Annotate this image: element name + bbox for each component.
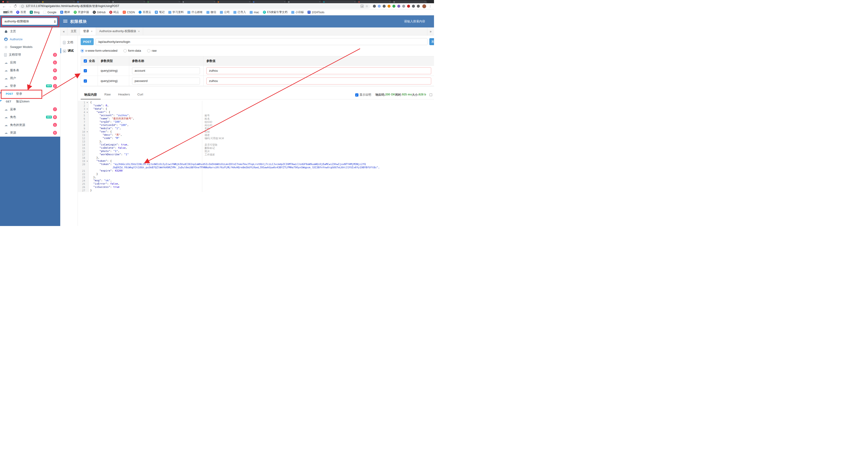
bookmark-item[interactable]: ES搜索引擎文档 bbox=[263, 10, 287, 14]
doc-tab[interactable]: 登录 bbox=[80, 27, 96, 35]
bookmark-item[interactable]: 学习资料 bbox=[168, 10, 184, 14]
tabs-scroll-left-icon[interactable] bbox=[60, 27, 67, 35]
fold-icon[interactable] bbox=[87, 101, 88, 104]
browser-tab[interactable] bbox=[146, 0, 181, 3]
sidebar-item[interactable]: 角色的资源 1 bbox=[0, 121, 60, 129]
browser-tab[interactable] bbox=[322, 0, 357, 3]
content-type-radio[interactable]: form-data bbox=[123, 49, 141, 52]
browser-tab[interactable] bbox=[6, 0, 41, 3]
sidebar-item[interactable]: 登录 NEW 2 bbox=[0, 82, 60, 90]
bookmark-item[interactable]: 翻译 bbox=[60, 10, 70, 14]
bookmark-item[interactable]: 开源中国 bbox=[74, 10, 89, 14]
fold-icon[interactable] bbox=[87, 111, 88, 114]
bookmark-item[interactable]: 笔记 bbox=[155, 10, 164, 14]
bookmark-item[interactable]: CSDN bbox=[123, 11, 135, 14]
browser-tab[interactable] bbox=[76, 0, 111, 3]
browser-tab[interactable] bbox=[252, 0, 287, 3]
sidebar-item[interactable]: 主页 bbox=[0, 27, 60, 35]
tab-close-icon[interactable] bbox=[390, 1, 391, 3]
browser-menu-icon[interactable] bbox=[429, 4, 432, 8]
extension-icon[interactable] bbox=[373, 5, 376, 8]
doc-tab[interactable]: 主页 bbox=[67, 27, 80, 35]
response-tab[interactable]: Curl bbox=[134, 90, 147, 99]
browser-tab[interactable] bbox=[41, 0, 76, 3]
extension-icon[interactable] bbox=[393, 5, 395, 8]
response-tab[interactable]: Raw bbox=[101, 90, 114, 99]
bookmark-star-icon[interactable] bbox=[365, 5, 368, 8]
tab-close-icon[interactable] bbox=[108, 1, 110, 3]
extension-icon[interactable] bbox=[383, 5, 386, 8]
endpoint-input[interactable] bbox=[96, 38, 428, 45]
response-tab[interactable]: 响应内容 bbox=[81, 90, 101, 100]
browser-tab[interactable] bbox=[216, 0, 251, 3]
param-checkbox[interactable] bbox=[84, 79, 87, 83]
header-search-input[interactable]: 请输入搜索内容 bbox=[404, 19, 425, 24]
window-close-icon[interactable] bbox=[2, 1, 4, 3]
browser-tab[interactable] bbox=[181, 0, 216, 3]
bookmark-item[interactable]: 已导入 bbox=[234, 10, 246, 14]
sidebar-item[interactable]: 菜单 7 bbox=[0, 106, 60, 113]
sidebar-item[interactable]: 用户 9 bbox=[0, 74, 60, 82]
doc-tab[interactable]: Authorize-authority-权限模块 bbox=[96, 27, 143, 35]
bookmark-item[interactable]: 百度云 bbox=[138, 10, 151, 14]
extension-icon[interactable] bbox=[412, 5, 415, 8]
extension-icon[interactable] bbox=[402, 5, 405, 8]
reload-icon[interactable] bbox=[14, 5, 17, 7]
service-select[interactable]: authority-权限模块 bbox=[2, 18, 57, 25]
bookmark-item[interactable]: 百度 bbox=[16, 10, 26, 14]
extension-icon[interactable] bbox=[407, 5, 410, 8]
url-text[interactable]: 127.0.0.1:8760/api/gate/doc.html#/author… bbox=[26, 4, 359, 8]
sidebar-item[interactable]: Authorize bbox=[0, 35, 60, 43]
sidebar-item[interactable]: 服务表 6 bbox=[0, 66, 60, 75]
show-description-checkbox[interactable] bbox=[355, 93, 359, 96]
bookmark-item[interactable]: 小目标 bbox=[291, 10, 304, 14]
tab-close-icon[interactable] bbox=[425, 1, 426, 3]
tab-close-icon[interactable] bbox=[91, 30, 93, 33]
browser-tab[interactable] bbox=[357, 0, 392, 3]
tab-close-icon[interactable] bbox=[214, 1, 215, 3]
tab-close-icon[interactable] bbox=[249, 1, 250, 3]
bookmark-item[interactable]: 微信 bbox=[207, 10, 216, 14]
bookmark-item[interactable]: 应用 bbox=[3, 10, 12, 14]
bookmark-item[interactable]: 1024Tools bbox=[308, 11, 324, 14]
extension-icon[interactable] bbox=[397, 5, 400, 8]
sidebar-item[interactable]: GET 验证token bbox=[0, 98, 60, 106]
param-value-input[interactable] bbox=[207, 78, 431, 84]
bookmark-item[interactable]: 码云 bbox=[109, 10, 119, 14]
bookmark-item[interactable]: mac bbox=[250, 11, 259, 14]
tabs-scroll-right-icon[interactable] bbox=[427, 27, 434, 35]
sidebar-item[interactable]: Swagger Models bbox=[0, 43, 60, 51]
param-value-input[interactable] bbox=[207, 67, 431, 74]
address-bar[interactable]: 127.0.0.1:8760/api/gate/doc.html#/author… bbox=[19, 4, 371, 9]
sidebar-item[interactable]: 应用 5 bbox=[0, 59, 60, 66]
site-info-icon[interactable] bbox=[21, 5, 24, 8]
content-type-radio[interactable]: raw bbox=[147, 49, 157, 52]
forward-icon[interactable]: → bbox=[8, 4, 11, 8]
response-body-editor[interactable]: 1 { bbox=[78, 101, 434, 192]
tab-close-icon[interactable] bbox=[73, 1, 74, 3]
browser-tab[interactable] bbox=[392, 0, 427, 3]
menu-collapse-icon[interactable] bbox=[63, 20, 67, 23]
extension-icon[interactable] bbox=[388, 5, 391, 8]
fullscreen-icon[interactable] bbox=[430, 93, 432, 96]
tab-close-icon[interactable] bbox=[138, 30, 140, 33]
response-tab[interactable]: Headers bbox=[114, 90, 134, 99]
param-name-input[interactable] bbox=[132, 67, 200, 74]
extension-icon[interactable] bbox=[417, 5, 420, 8]
bookmark-item[interactable]: Bing bbox=[30, 11, 39, 14]
extension-icon[interactable] bbox=[378, 5, 381, 8]
subnav-item[interactable]: 调试 bbox=[60, 47, 78, 55]
send-button[interactable]: 发送 bbox=[429, 38, 434, 45]
bookmark-item[interactable]: GitHub bbox=[93, 11, 105, 14]
tab-close-icon[interactable] bbox=[284, 1, 285, 3]
bookmark-item[interactable]: Google bbox=[43, 11, 57, 14]
bookmark-item[interactable]: 什么都有 bbox=[187, 10, 203, 14]
fold-icon[interactable] bbox=[87, 107, 88, 111]
sidebar-item[interactable]: 角色 NEW 8 bbox=[0, 113, 60, 121]
tab-close-icon[interactable] bbox=[144, 1, 145, 3]
fold-icon[interactable] bbox=[87, 160, 88, 163]
back-icon[interactable]: ← bbox=[2, 4, 6, 8]
fold-icon[interactable] bbox=[87, 130, 88, 133]
sidebar-item[interactable]: POST 登录 bbox=[0, 90, 60, 98]
select-all-checkbox[interactable] bbox=[84, 59, 87, 63]
